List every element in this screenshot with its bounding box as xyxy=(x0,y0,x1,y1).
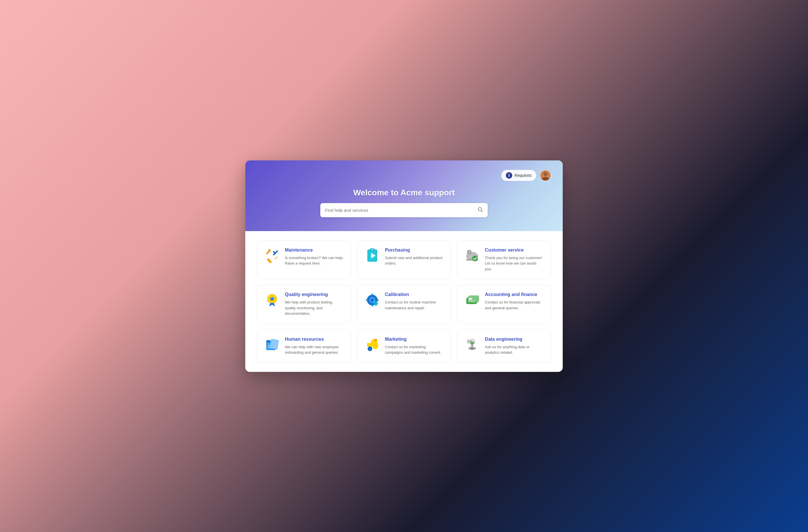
svg-point-1 xyxy=(544,172,547,176)
svg-point-56 xyxy=(471,342,472,343)
card-data-engineering[interactable]: Data engineering Ask us for anything dat… xyxy=(457,329,551,363)
card-accounting-finance-title: Accounting and finance xyxy=(485,292,544,297)
card-data-engineering-desc: Ask us for anything data or analytics re… xyxy=(485,344,544,355)
svg-rect-25 xyxy=(372,294,373,295)
avatar-image xyxy=(540,170,551,181)
card-human-resources-title: Human resources xyxy=(285,337,344,342)
card-marketing-title: Marketing xyxy=(385,337,444,342)
quality-engineering-icon xyxy=(264,292,280,308)
cards-grid: Maintenance Is something broken? We can … xyxy=(257,240,551,363)
card-maintenance-content: Maintenance Is something broken? We can … xyxy=(285,247,344,266)
card-quality-engineering-content: Quality engineering We help with product… xyxy=(285,292,344,316)
card-quality-engineering-title: Quality engineering xyxy=(285,292,344,297)
card-calibration[interactable]: Calibration Contact us for routine machi… xyxy=(357,285,451,324)
svg-rect-40 xyxy=(267,340,270,343)
svg-rect-28 xyxy=(377,299,379,300)
card-accounting-finance-desc: Contact us for financial approvals and g… xyxy=(485,299,544,311)
svg-rect-59 xyxy=(467,340,469,344)
card-calibration-title: Calibration xyxy=(385,292,444,297)
svg-rect-36 xyxy=(469,298,472,300)
svg-point-30 xyxy=(371,299,374,301)
svg-point-19 xyxy=(468,251,471,253)
search-bar xyxy=(320,203,488,217)
card-customer-service-desc: Thank you for being our customer! Let us… xyxy=(485,255,544,272)
card-purchasing[interactable]: Purchasing Submit new and additional pro… xyxy=(357,240,451,279)
svg-rect-26 xyxy=(372,305,373,306)
svg-rect-57 xyxy=(470,348,474,349)
card-customer-service-content: Customer service Thank you for being our… xyxy=(485,247,544,272)
card-customer-service-title: Customer service xyxy=(485,247,544,253)
page-title: Welcome to Acme support xyxy=(353,188,455,197)
card-quality-engineering[interactable]: Quality engineering We help with product… xyxy=(257,285,351,324)
svg-rect-5 xyxy=(267,258,272,263)
card-purchasing-desc: Submit new and additional product orders… xyxy=(385,255,444,266)
card-human-resources-desc: We can help with new employee onboarding… xyxy=(285,344,344,355)
app-window: 2 Requests Welcome to Acme support xyxy=(245,160,563,372)
calibration-icon xyxy=(364,292,380,308)
avatar[interactable] xyxy=(540,170,551,181)
card-customer-service[interactable]: Customer service Thank you for being our… xyxy=(457,240,551,279)
svg-rect-37 xyxy=(469,300,474,301)
svg-point-32 xyxy=(374,302,377,305)
card-purchasing-title: Purchasing xyxy=(385,247,444,253)
svg-rect-46 xyxy=(367,343,372,347)
svg-line-4 xyxy=(481,210,483,212)
card-human-resources[interactable]: Human resources We can help with new emp… xyxy=(257,329,351,363)
accounting-finance-icon xyxy=(464,292,480,308)
card-maintenance-desc: Is something broken? We can help. Raise … xyxy=(285,255,344,266)
requests-label: Requests xyxy=(515,173,532,178)
svg-rect-27 xyxy=(366,299,368,300)
card-human-resources-content: Human resources We can help with new emp… xyxy=(285,337,344,355)
data-engineering-icon xyxy=(464,337,480,353)
svg-rect-10 xyxy=(274,256,278,260)
card-data-engineering-title: Data engineering xyxy=(485,337,544,342)
requests-button[interactable]: 2 Requests xyxy=(501,170,536,181)
card-marketing[interactable]: Marketing Contact us for marketing campa… xyxy=(357,329,451,363)
card-accounting-finance[interactable]: Accounting and finance Contact us for fi… xyxy=(457,285,551,324)
marketing-icon xyxy=(364,337,380,353)
card-calibration-desc: Contact us for routine machine maintenan… xyxy=(385,299,444,311)
svg-point-49 xyxy=(368,347,371,350)
svg-point-17 xyxy=(472,256,478,261)
customer-service-icon xyxy=(464,247,480,264)
card-maintenance-title: Maintenance xyxy=(285,247,344,253)
card-data-engineering-content: Data engineering Ask us for anything dat… xyxy=(485,337,544,355)
human-resources-icon xyxy=(264,337,280,353)
card-marketing-content: Marketing Contact us for marketing campa… xyxy=(385,337,444,355)
requests-badge: 2 xyxy=(506,172,512,179)
card-accounting-finance-content: Accounting and finance Contact us for fi… xyxy=(485,292,544,311)
search-input[interactable] xyxy=(325,208,477,213)
search-icon[interactable] xyxy=(477,206,483,214)
svg-marker-7 xyxy=(268,249,270,251)
header-top: 2 Requests xyxy=(257,170,551,181)
card-calibration-content: Calibration Contact us for routine machi… xyxy=(385,292,444,311)
card-quality-engineering-desc: We help with product testing, quality mo… xyxy=(285,299,344,316)
card-maintenance[interactable]: Maintenance Is something broken? We can … xyxy=(257,240,351,279)
card-marketing-desc: Contact us for marketing campaigns and m… xyxy=(385,344,444,355)
svg-point-50 xyxy=(374,339,377,342)
card-purchasing-content: Purchasing Submit new and additional pro… xyxy=(385,247,444,266)
purchasing-icon xyxy=(364,247,380,264)
maintenance-icon xyxy=(264,247,280,264)
header: 2 Requests Welcome to Acme support xyxy=(245,160,563,231)
main-content: Maintenance Is something broken? We can … xyxy=(245,231,563,372)
